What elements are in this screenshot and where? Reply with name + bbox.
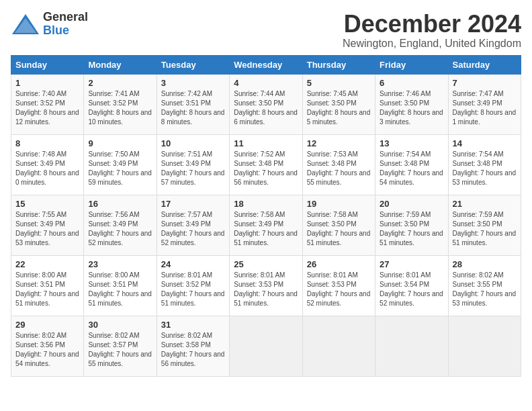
day-number: 2: [88, 78, 152, 88]
day-info: Sunrise: 7:54 AMSunset: 3:48 PMDaylight:…: [453, 150, 517, 187]
day-info: Sunrise: 7:55 AMSunset: 3:49 PMDaylight:…: [15, 210, 79, 248]
day-info: Sunrise: 8:01 AMSunset: 3:52 PMDaylight:…: [161, 271, 225, 308]
day-number: 30: [88, 320, 152, 330]
day-info: Sunrise: 7:48 AMSunset: 3:49 PMDaylight:…: [15, 150, 79, 187]
day-number: 13: [380, 138, 443, 148]
day-number: 29: [15, 320, 79, 330]
day-info: Sunrise: 7:57 AMSunset: 3:49 PMDaylight:…: [161, 210, 225, 248]
day-number: 27: [380, 259, 443, 269]
day-number: 24: [161, 259, 225, 269]
calendar-cell: 4Sunrise: 7:44 AMSunset: 3:50 PMDaylight…: [230, 74, 302, 134]
calendar-cell: 23Sunrise: 8:00 AMSunset: 3:51 PMDayligh…: [84, 255, 157, 316]
calendar-cell: 28Sunrise: 8:02 AMSunset: 3:55 PMDayligh…: [448, 255, 521, 316]
day-info: Sunrise: 8:00 AMSunset: 3:51 PMDaylight:…: [15, 271, 79, 308]
calendar-cell: 11Sunrise: 7:52 AMSunset: 3:48 PMDayligh…: [230, 134, 302, 195]
calendar-cell: 21Sunrise: 7:59 AMSunset: 3:50 PMDayligh…: [448, 195, 521, 255]
month-title: December 2024: [343, 11, 521, 38]
day-number: 9: [88, 138, 152, 148]
calendar-cell: 10Sunrise: 7:51 AMSunset: 3:49 PMDayligh…: [157, 134, 229, 195]
calendar-cell: 8Sunrise: 7:48 AMSunset: 3:49 PMDaylight…: [11, 134, 84, 195]
calendar-header-row: SundayMondayTuesdayWednesdayThursdayFrid…: [11, 55, 521, 74]
calendar-cell: 30Sunrise: 8:02 AMSunset: 3:57 PMDayligh…: [84, 316, 157, 376]
day-info: Sunrise: 7:59 AMSunset: 3:50 PMDaylight:…: [453, 210, 517, 248]
day-number: 10: [161, 138, 225, 148]
day-info: Sunrise: 7:47 AMSunset: 3:49 PMDaylight:…: [453, 89, 517, 127]
day-info: Sunrise: 8:02 AMSunset: 3:55 PMDaylight:…: [453, 271, 517, 308]
day-number: 23: [88, 259, 152, 269]
calendar-cell: 15Sunrise: 7:55 AMSunset: 3:49 PMDayligh…: [11, 195, 84, 255]
day-info: Sunrise: 7:59 AMSunset: 3:50 PMDaylight:…: [380, 210, 443, 248]
day-number: 4: [234, 78, 298, 88]
day-number: 15: [15, 199, 79, 209]
day-info: Sunrise: 7:54 AMSunset: 3:48 PMDaylight:…: [380, 150, 443, 187]
day-number: 19: [307, 199, 371, 209]
day-number: 1: [15, 78, 79, 88]
calendar-cell: 31Sunrise: 8:02 AMSunset: 3:58 PMDayligh…: [157, 316, 229, 376]
calendar-cell: 25Sunrise: 8:01 AMSunset: 3:53 PMDayligh…: [230, 255, 302, 316]
day-info: Sunrise: 7:53 AMSunset: 3:48 PMDaylight:…: [307, 150, 371, 187]
calendar-week-row: 1Sunrise: 7:40 AMSunset: 3:52 PMDaylight…: [11, 74, 521, 134]
day-info: Sunrise: 7:58 AMSunset: 3:50 PMDaylight:…: [307, 210, 371, 248]
day-info: Sunrise: 7:50 AMSunset: 3:49 PMDaylight:…: [88, 150, 152, 187]
day-number: 16: [88, 199, 152, 209]
calendar-cell: 20Sunrise: 7:59 AMSunset: 3:50 PMDayligh…: [375, 195, 448, 255]
day-number: 7: [453, 78, 517, 88]
day-number: 17: [161, 199, 225, 209]
logo-text: General Blue: [43, 11, 88, 38]
calendar-cell: 19Sunrise: 7:58 AMSunset: 3:50 PMDayligh…: [302, 195, 375, 255]
header-tuesday: Tuesday: [157, 55, 229, 74]
calendar-cell: 6Sunrise: 7:46 AMSunset: 3:50 PMDaylight…: [375, 74, 448, 134]
day-info: Sunrise: 7:40 AMSunset: 3:52 PMDaylight:…: [15, 89, 79, 127]
calendar-cell: 12Sunrise: 7:53 AMSunset: 3:48 PMDayligh…: [302, 134, 375, 195]
logo-icon: [11, 13, 40, 36]
day-info: Sunrise: 8:02 AMSunset: 3:57 PMDaylight:…: [88, 331, 152, 369]
day-info: Sunrise: 7:45 AMSunset: 3:50 PMDaylight:…: [307, 89, 371, 127]
day-info: Sunrise: 8:02 AMSunset: 3:56 PMDaylight:…: [15, 331, 79, 369]
calendar-cell: 3Sunrise: 7:42 AMSunset: 3:51 PMDaylight…: [157, 74, 229, 134]
calendar-cell: 16Sunrise: 7:56 AMSunset: 3:49 PMDayligh…: [84, 195, 157, 255]
header-saturday: Saturday: [448, 55, 521, 74]
calendar-cell: 5Sunrise: 7:45 AMSunset: 3:50 PMDaylight…: [302, 74, 375, 134]
day-number: 6: [380, 78, 443, 88]
logo-general-text: General: [43, 11, 88, 24]
day-info: Sunrise: 7:46 AMSunset: 3:50 PMDaylight:…: [380, 89, 443, 127]
calendar-cell: 14Sunrise: 7:54 AMSunset: 3:48 PMDayligh…: [448, 134, 521, 195]
day-info: Sunrise: 7:52 AMSunset: 3:48 PMDaylight:…: [234, 150, 298, 187]
day-number: 22: [15, 259, 79, 269]
calendar-cell: 29Sunrise: 8:02 AMSunset: 3:56 PMDayligh…: [11, 316, 84, 376]
calendar-cell: 17Sunrise: 7:57 AMSunset: 3:49 PMDayligh…: [157, 195, 229, 255]
day-info: Sunrise: 8:02 AMSunset: 3:58 PMDaylight:…: [161, 331, 225, 369]
day-info: Sunrise: 8:01 AMSunset: 3:53 PMDaylight:…: [307, 271, 371, 308]
day-number: 20: [380, 199, 443, 209]
calendar-cell: [230, 316, 302, 376]
calendar-cell: [302, 316, 375, 376]
header-friday: Friday: [375, 55, 448, 74]
header-sunday: Sunday: [11, 55, 84, 74]
header-wednesday: Wednesday: [230, 55, 302, 74]
day-number: 8: [15, 138, 79, 148]
day-number: 21: [453, 199, 517, 209]
day-number: 11: [234, 138, 298, 148]
calendar-week-row: 29Sunrise: 8:02 AMSunset: 3:56 PMDayligh…: [11, 316, 521, 376]
header-monday: Monday: [84, 55, 157, 74]
day-number: 5: [307, 78, 371, 88]
calendar-cell: 18Sunrise: 7:58 AMSunset: 3:49 PMDayligh…: [230, 195, 302, 255]
day-number: 14: [453, 138, 517, 148]
title-area: December 2024 Newington, England, United…: [343, 11, 521, 50]
day-number: 25: [234, 259, 298, 269]
calendar-cell: 13Sunrise: 7:54 AMSunset: 3:48 PMDayligh…: [375, 134, 448, 195]
calendar-cell: 22Sunrise: 8:00 AMSunset: 3:51 PMDayligh…: [11, 255, 84, 316]
calendar-cell: 7Sunrise: 7:47 AMSunset: 3:49 PMDaylight…: [448, 74, 521, 134]
logo: General Blue: [11, 11, 88, 38]
day-info: Sunrise: 7:58 AMSunset: 3:49 PMDaylight:…: [234, 210, 298, 248]
day-info: Sunrise: 8:01 AMSunset: 3:54 PMDaylight:…: [380, 271, 443, 308]
header: General Blue December 2024 Newington, En…: [11, 11, 521, 50]
day-info: Sunrise: 7:44 AMSunset: 3:50 PMDaylight:…: [234, 89, 298, 127]
calendar-cell: [375, 316, 448, 376]
day-number: 12: [307, 138, 371, 148]
logo-blue-text: Blue: [43, 24, 69, 38]
day-info: Sunrise: 7:56 AMSunset: 3:49 PMDaylight:…: [88, 210, 152, 248]
calendar-table: SundayMondayTuesdayWednesdayThursdayFrid…: [11, 55, 521, 377]
day-number: 3: [161, 78, 225, 88]
day-info: Sunrise: 8:00 AMSunset: 3:51 PMDaylight:…: [88, 271, 152, 308]
